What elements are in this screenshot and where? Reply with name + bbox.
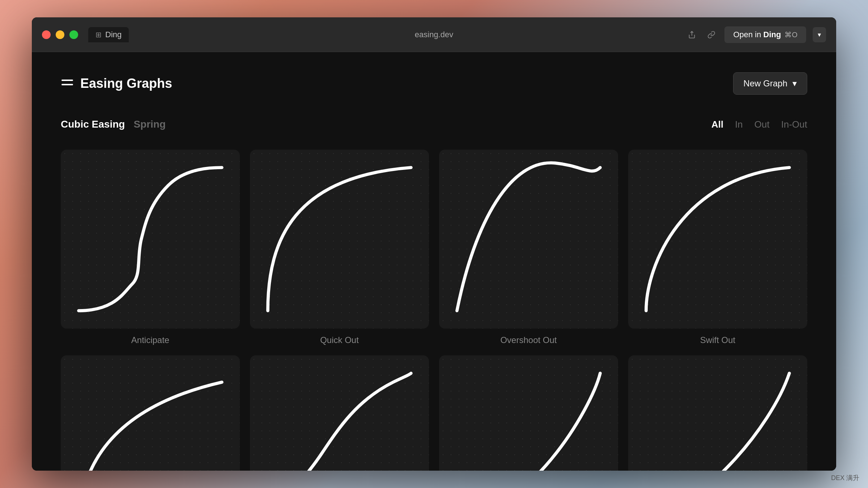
browser-window: ⊞ Ding easing.dev Open <box>32 17 836 471</box>
category-tabs: Cubic Easing Spring <box>61 116 166 132</box>
tab-cubic-easing[interactable]: Cubic Easing <box>61 116 125 132</box>
svg-rect-2 <box>61 84 73 85</box>
graph-item-in-out: In Out <box>250 355 429 471</box>
tab-area: ⊞ Ding <box>88 27 129 42</box>
filter-out[interactable]: Out <box>754 119 770 130</box>
graph-card-in-cubic[interactable] <box>628 355 807 471</box>
url-bar: easing.dev <box>415 30 453 39</box>
new-graph-button[interactable]: New Graph ▾ <box>733 72 807 95</box>
svg-rect-1 <box>61 80 73 81</box>
graph-label-anticipate: Anticipate <box>131 335 169 345</box>
graph-item-in-quad: In Quad <box>439 355 618 471</box>
tab-spring[interactable]: Spring <box>133 116 166 132</box>
graph-item-overshoot-out: Overshoot Out <box>439 150 618 345</box>
chevron-down-button[interactable]: ▾ <box>813 27 826 42</box>
share-icon[interactable] <box>685 28 698 41</box>
page-header: Easing Graphs New Graph ▾ <box>61 72 807 95</box>
graph-card-swift-out[interactable] <box>628 150 807 329</box>
close-button[interactable] <box>42 30 51 39</box>
graph-card-in-out[interactable] <box>250 355 429 471</box>
maximize-button[interactable] <box>69 30 78 39</box>
graph-label-swift-out: Swift Out <box>700 335 735 345</box>
open-in-button[interactable]: Open in Ding ⌘O <box>724 26 806 43</box>
page-title-area: Easing Graphs <box>61 76 172 91</box>
link-icon[interactable] <box>705 28 718 41</box>
filter-all[interactable]: All <box>711 119 723 130</box>
graph-card-overshoot-out[interactable] <box>439 150 618 329</box>
graph-card-anticipate[interactable] <box>61 150 240 329</box>
browser-actions: Open in Ding ⌘O ▾ <box>685 26 826 43</box>
graph-card-snappy-out[interactable] <box>61 355 240 471</box>
new-graph-label: New Graph <box>744 78 787 89</box>
graph-item-snappy-out: Snappy Out <box>61 355 240 471</box>
graph-card-quick-out[interactable] <box>250 150 429 329</box>
minimize-button[interactable] <box>56 30 64 39</box>
graph-label-overshoot-out: Overshoot Out <box>500 335 557 345</box>
open-in-label: Open in Ding <box>733 30 781 39</box>
graph-item-anticipate: Anticipate <box>61 150 240 345</box>
graph-label-quick-out: Quick Out <box>320 335 359 345</box>
shortcut-label: ⌘O <box>784 30 797 39</box>
title-bar: ⊞ Ding easing.dev Open <box>32 17 836 52</box>
logo-icon <box>61 76 74 91</box>
direction-filters: All In Out In-Out <box>711 119 807 130</box>
graphs-grid: Anticipate Quick Out Overshoot Out <box>61 150 807 471</box>
traffic-lights <box>42 30 78 39</box>
graph-card-in-quad[interactable] <box>439 355 618 471</box>
chevron-down-icon: ▾ <box>792 78 797 89</box>
page-title: Easing Graphs <box>80 76 172 91</box>
graph-item-quick-out: Quick Out <box>250 150 429 345</box>
filter-in[interactable]: In <box>735 119 743 130</box>
graph-item-in-cubic: In Cubic <box>628 355 807 471</box>
tab-icon: ⊞ <box>95 30 102 39</box>
page-content: Easing Graphs New Graph ▾ Cubic Easing S… <box>32 52 836 471</box>
browser-tab[interactable]: ⊞ Ding <box>88 27 129 42</box>
graph-item-swift-out: Swift Out <box>628 150 807 345</box>
tab-label: Ding <box>105 30 122 39</box>
filter-in-out[interactable]: In-Out <box>781 119 807 130</box>
filter-row: Cubic Easing Spring All In Out In-Out <box>61 116 807 132</box>
